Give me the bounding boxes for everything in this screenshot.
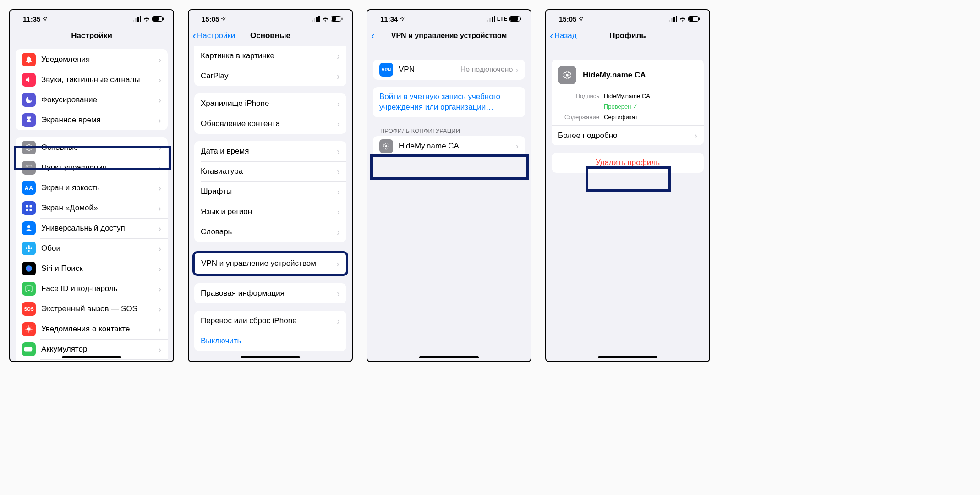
row-label: Звуки, тактильные сигналы: [41, 75, 158, 84]
general-row[interactable]: VPN и управление устройством›: [195, 253, 346, 274]
row-label: Хранилище iPhone: [201, 99, 337, 108]
settings-row[interactable]: Пункт управления›: [16, 158, 168, 178]
settings-row[interactable]: Конфиденциальность›: [16, 359, 168, 361]
settings-row[interactable]: Универсальный доступ›: [16, 218, 168, 238]
signin-row[interactable]: Войти в учетную запись учебного учрежден…: [373, 87, 525, 117]
row-label: Уведомления: [41, 55, 158, 64]
settings-row[interactable]: Экранное время›: [16, 110, 168, 130]
svg-rect-41: [510, 17, 518, 21]
chevron-right-icon: ›: [337, 227, 340, 237]
back-label: Настройки: [197, 31, 235, 40]
chevron-right-icon: ›: [158, 304, 161, 314]
general-row[interactable]: Шрифты›: [194, 182, 346, 202]
svg-rect-31: [316, 17, 318, 22]
general-row[interactable]: Хранилище iPhone›: [194, 94, 346, 114]
row-label: Экранное время: [41, 116, 158, 125]
chevron-left-icon: ‹: [550, 30, 553, 41]
svg-point-17: [28, 248, 30, 250]
general-row[interactable]: Словарь›: [194, 222, 346, 242]
chevron-right-icon: ›: [337, 71, 340, 82]
general-row[interactable]: Выключить: [194, 331, 346, 351]
row-icon: [22, 73, 36, 87]
cellular-icon: [669, 16, 677, 22]
status-time: 15:05: [559, 15, 576, 23]
row-label: Словарь: [201, 227, 337, 236]
home-indicator[interactable]: [598, 356, 657, 358]
chevron-right-icon: ›: [158, 75, 161, 85]
settings-row[interactable]: Siri и Поиск›: [16, 258, 168, 279]
row-label: VPN и управление устройством: [201, 259, 336, 268]
row-label: Экран и яркость: [41, 183, 158, 192]
svg-point-25: [30, 288, 31, 289]
settings-row[interactable]: Основные›: [16, 138, 168, 158]
svg-rect-23: [26, 286, 32, 292]
row-label: Пункт управления: [41, 163, 158, 172]
settings-row[interactable]: AAЭкран и яркость›: [16, 178, 168, 198]
back-button[interactable]: ‹ Назад: [550, 30, 577, 41]
settings-row[interactable]: Face ID и код-пароль›: [16, 279, 168, 299]
svg-rect-12: [26, 205, 28, 207]
verified-badge: Проверен ✓: [604, 103, 638, 110]
svg-rect-42: [520, 18, 521, 20]
vpn-status-group: VPN VPN Не подключено ›: [373, 60, 525, 80]
general-list: Картинка в картинке›CarPlay›Хранилище iP…: [189, 46, 352, 361]
row-icon: [22, 141, 36, 154]
wifi-icon: [322, 16, 329, 22]
chevron-right-icon: ›: [158, 95, 161, 105]
settings-row[interactable]: Звуки, тактильные сигналы›: [16, 70, 168, 90]
svg-rect-0: [133, 20, 134, 22]
back-button[interactable]: ‹ Настройки: [192, 30, 235, 41]
general-row[interactable]: CarPlay›: [194, 66, 346, 86]
row-label: Фокусирование: [41, 95, 158, 104]
home-indicator[interactable]: [62, 356, 121, 358]
location-icon: [578, 16, 584, 22]
svg-rect-15: [30, 209, 32, 211]
row-label: Основные: [41, 143, 158, 152]
home-indicator[interactable]: [241, 356, 300, 358]
general-row[interactable]: Клавиатура›: [194, 161, 346, 182]
row-icon: [22, 282, 36, 296]
general-row[interactable]: Язык и регион›: [194, 202, 346, 222]
svg-rect-35: [342, 18, 343, 20]
back-label: Назад: [554, 31, 577, 40]
home-indicator[interactable]: [419, 356, 479, 358]
row-label: Клавиатура: [201, 167, 337, 176]
settings-row[interactable]: Обои›: [16, 238, 168, 258]
status-bar: 11:34 LTE: [367, 10, 531, 26]
general-row[interactable]: Дата и время›: [194, 141, 346, 161]
vpn-row[interactable]: VPN VPN Не подключено ›: [373, 60, 525, 80]
page-title: Основные: [250, 31, 290, 40]
back-button[interactable]: ‹: [371, 30, 375, 41]
svg-point-20: [26, 248, 27, 249]
chevron-right-icon: ›: [158, 163, 161, 173]
content-value: Сертификат: [604, 114, 638, 121]
general-group: Картинка в картинке›CarPlay›: [194, 46, 346, 86]
settings-list: Уведомления›Звуки, тактильные сигналы›Фо…: [10, 46, 173, 361]
svg-rect-34: [332, 17, 336, 21]
row-icon: [22, 161, 36, 175]
svg-point-24: [27, 288, 28, 289]
profile-row[interactable]: HideMy.name CA ›: [373, 136, 525, 156]
row-label: Экстренный вызов — SOS: [41, 304, 158, 314]
status-time: 11:34: [380, 15, 398, 23]
cellular-icon: [487, 16, 495, 22]
settings-row[interactable]: SOSЭкстренный вызов — SOS›: [16, 299, 168, 319]
settings-row[interactable]: Уведомления›: [16, 50, 168, 70]
settings-row[interactable]: Фокусирование›: [16, 90, 168, 110]
chevron-right-icon: ›: [337, 288, 340, 299]
general-group: VPN и управление устройством›: [192, 251, 348, 276]
settings-row[interactable]: Уведомления о контакте›: [16, 319, 168, 339]
general-row[interactable]: Правовая информация›: [194, 283, 346, 303]
general-row[interactable]: Перенос или сброс iPhone›: [194, 311, 346, 331]
status-bar: 15:05: [189, 10, 352, 26]
svg-rect-13: [30, 205, 32, 207]
more-details-row[interactable]: Более подробно ›: [552, 125, 704, 145]
highlight-profile: [370, 154, 529, 180]
chevron-right-icon: ›: [158, 55, 161, 65]
profile-group: HideMy.name CA ›: [373, 136, 525, 156]
settings-row[interactable]: Экран «Домой»›: [16, 198, 168, 218]
general-row[interactable]: Обновление контента›: [194, 114, 346, 134]
general-row[interactable]: Картинка в картинке›: [194, 46, 346, 66]
location-icon: [400, 16, 405, 22]
delete-profile-button[interactable]: Удалить профиль: [552, 153, 704, 173]
